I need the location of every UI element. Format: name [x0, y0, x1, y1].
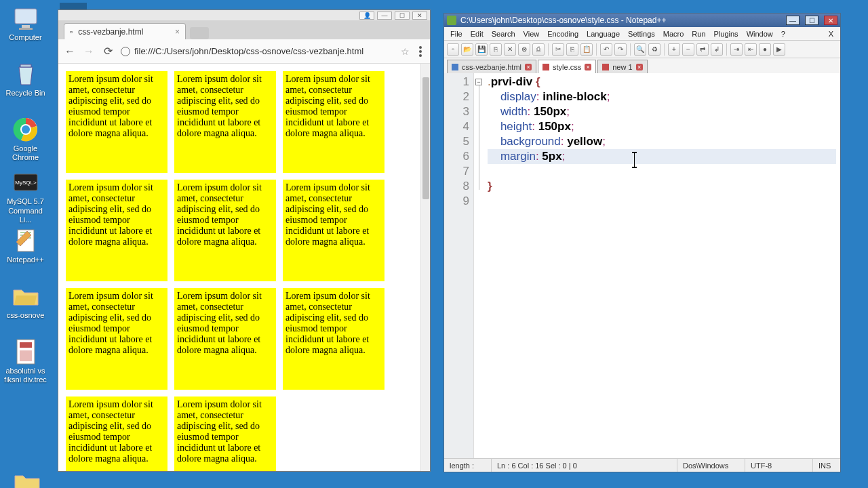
maximize-button[interactable]: ☐	[805, 16, 818, 25]
desktop-icon-css-osnove[interactable]: css-osnove	[1, 281, 50, 337]
globe-icon	[121, 47, 130, 56]
yellow-box: Lorem ipsum dolor sit amet, consectetur …	[283, 71, 384, 173]
indent-icon[interactable]: ⇥	[730, 43, 743, 56]
code-line	[488, 164, 836, 179]
code-area[interactable]: .prvi-div { display: inline-block; width…	[484, 73, 840, 458]
bookmark-star-icon[interactable]: ☆	[401, 46, 410, 57]
file-tabstrip: css-vezbanje.html×style.css×new 1×	[444, 58, 840, 73]
desktop-label: absolutni vs fiksni div.trec	[3, 367, 49, 384]
menu-window[interactable]: Window	[743, 28, 776, 39]
svg-rect-1	[22, 25, 30, 28]
copy-icon[interactable]: ⎘	[566, 43, 578, 56]
menu-language[interactable]: Language	[583, 28, 623, 39]
close-file-icon[interactable]: ✕	[504, 43, 516, 56]
new-file-icon[interactable]: ▫	[447, 43, 459, 56]
fold-column: −	[474, 73, 484, 458]
address-bar[interactable]: file:///C:/Users/john/Desktop/css-osnove…	[121, 46, 410, 57]
desktop-icon-notepadpp[interactable]: Notepad++	[1, 226, 50, 281]
record-icon[interactable]: ●	[759, 43, 771, 56]
close-tab-icon[interactable]: ×	[636, 64, 643, 70]
status-encoding: UTF-8	[745, 459, 813, 472]
desktop-icon-recycle-bin[interactable]: Recycle Bin	[1, 59, 50, 115]
cut-icon[interactable]: ✂	[552, 43, 564, 56]
menu-run[interactable]: Run	[688, 28, 709, 39]
fold-marker[interactable]: −	[475, 79, 482, 85]
text-cursor	[634, 153, 635, 167]
scrollbar[interactable]	[420, 64, 430, 471]
svg-rect-3	[20, 64, 31, 67]
yellow-box: Lorem ipsum dolor sit amet, consectetur …	[283, 288, 384, 390]
play-icon[interactable]: ▶	[773, 43, 785, 56]
minimize-button[interactable]: —	[786, 16, 800, 25]
close-tab-icon[interactable]: ×	[525, 64, 532, 70]
code-line: .prvi-div {	[488, 75, 836, 89]
menu-search[interactable]: Search	[488, 28, 519, 39]
menu-view[interactable]: View	[520, 28, 543, 39]
menu-encoding[interactable]: Encoding	[544, 28, 582, 39]
svg-point-6	[22, 125, 30, 134]
menu-edit[interactable]: Edit	[467, 28, 487, 39]
zoom-out-icon[interactable]: −	[682, 43, 694, 56]
sync-icon[interactable]: ⇄	[696, 43, 709, 56]
desktop-label: Recycle Bin	[5, 89, 45, 98]
editor[interactable]: 123456789 − .prvi-div { display: inline-…	[444, 73, 840, 458]
browser-tab[interactable]: ▫ css-vezbanje.html ×	[64, 23, 186, 39]
close-tab-icon[interactable]: ×	[585, 64, 591, 70]
zoom-in-icon[interactable]: +	[668, 43, 680, 56]
menu-?[interactable]: ?	[778, 28, 789, 39]
desktop-icon-mysql[interactable]: MySQL> MySQL 5.7 Command Li...	[1, 170, 50, 226]
menu-plugins[interactable]: Plugins	[711, 28, 742, 39]
app-icon	[447, 16, 456, 25]
toolbar: ▫ 📂 💾 ⎘ ✕ ⊗ ⎙ ✂ ⎘ 📋 ↶ ↷ 🔍 ♻ + − ⇄ ↲ ⇥ ⇤ …	[444, 41, 840, 58]
yellow-box: Lorem ipsum dolor sit amet, consectetur …	[174, 396, 276, 471]
scrollbar-thumb[interactable]	[422, 77, 429, 199]
save-icon[interactable]: 💾	[475, 43, 488, 56]
wrap-icon[interactable]: ↲	[711, 43, 723, 56]
forward-button[interactable]: →	[83, 45, 95, 58]
reload-button[interactable]: ⟳	[102, 45, 114, 58]
menu-file[interactable]: File	[447, 28, 466, 39]
find-icon[interactable]: 🔍	[634, 43, 646, 56]
paste-icon[interactable]: 📋	[580, 43, 593, 56]
maximize-button[interactable]: ☐	[395, 12, 410, 20]
outdent-icon[interactable]: ⇤	[745, 43, 757, 56]
svg-text:MySQL>: MySQL>	[15, 180, 37, 186]
npp-titlebar: C:\Users\john\Desktop\css-osnove\style.c…	[444, 14, 840, 27]
close-all-icon[interactable]: ⊗	[518, 43, 530, 56]
close-button[interactable]: ✕	[824, 16, 837, 25]
code-line	[488, 194, 836, 209]
notepadpp-window: C:\Users\john\Desktop\css-osnove\style.c…	[443, 13, 841, 472]
print-icon[interactable]: ⎙	[532, 43, 545, 56]
chrome-titlebar: 👤 — ☐ ✕	[58, 10, 430, 20]
url-text: file:///C:/Users/john/Desktop/css-osnove…	[134, 46, 363, 56]
desktop-icon-chrome[interactable]: Google Chrome	[1, 115, 50, 170]
code-line: }	[488, 179, 836, 194]
desktop-icon-computer[interactable]: Computer	[1, 3, 50, 59]
tab-title: css-vezbanje.html	[78, 27, 143, 37]
file-tab[interactable]: new 1×	[597, 60, 647, 73]
chrome-menu-icon[interactable]	[419, 50, 422, 53]
user-icon[interactable]: 👤	[359, 12, 374, 20]
replace-icon[interactable]: ♻	[648, 43, 660, 56]
menu-settings[interactable]: Settings	[625, 28, 658, 39]
close-tab-icon[interactable]: ×	[175, 27, 180, 37]
code-line: margin: 5px;	[488, 149, 836, 164]
menu-macro[interactable]: Macro	[660, 28, 688, 39]
desktop-icon-absolutni[interactable]: absolutni vs fiksni div.trec	[1, 337, 50, 392]
desktop-label: Computer	[9, 33, 41, 42]
desktop-label: css-osnove	[7, 311, 45, 320]
file-tab[interactable]: css-vezbanje.html×	[447, 60, 536, 73]
redo-icon[interactable]: ↷	[614, 43, 627, 56]
close-button[interactable]: ✕	[412, 12, 427, 20]
yellow-box: Lorem ipsum dolor sit amet, consectetur …	[66, 396, 167, 471]
file-tab[interactable]: style.css×	[538, 60, 596, 73]
taskbar-folder-icon[interactable]	[14, 470, 41, 488]
minimize-button[interactable]: —	[377, 12, 392, 20]
back-button[interactable]: ←	[64, 45, 76, 58]
new-tab-button[interactable]	[190, 27, 209, 39]
yellow-box: Lorem ipsum dolor sit amet, consectetur …	[66, 71, 167, 173]
save-all-icon[interactable]: ⎘	[490, 43, 502, 56]
open-file-icon[interactable]: 📂	[461, 43, 473, 56]
menu-close-doc[interactable]: X	[825, 30, 837, 38]
undo-icon[interactable]: ↶	[600, 43, 612, 56]
